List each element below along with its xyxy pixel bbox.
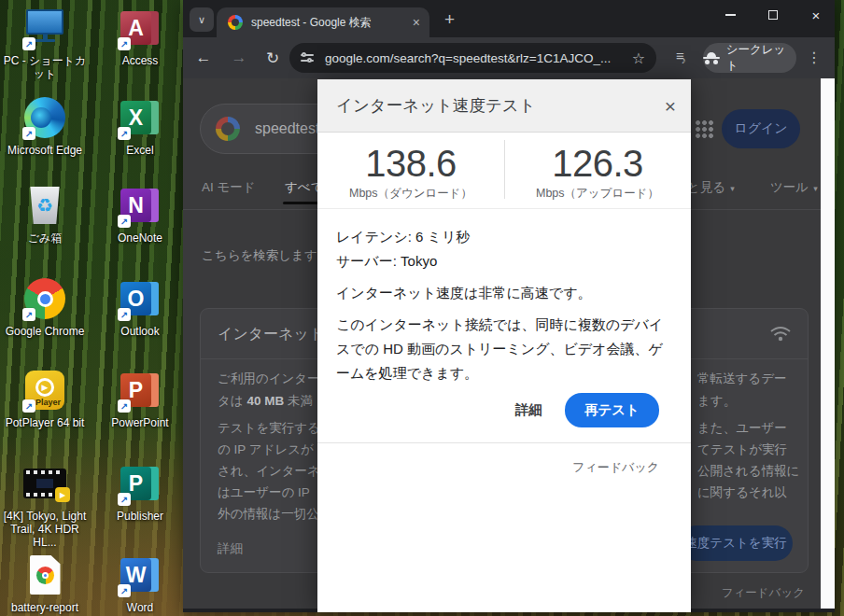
incognito-spy-icon (703, 52, 720, 64)
card-text-fragment: タは 40 MB 未満 (218, 393, 326, 410)
card-text-fragment: はユーザーの IP (218, 484, 326, 501)
forward-button[interactable]: → (224, 37, 254, 78)
verdict-text: インターネット速度は非常に高速です。 (336, 281, 672, 305)
server-text: サーバー: Tokyo (336, 249, 672, 273)
shortcut-arrow-icon: ↗ (118, 215, 131, 228)
retest-button[interactable]: 再テスト (565, 393, 659, 427)
search-hint-text: こちらを検索します (202, 247, 317, 264)
reload-button[interactable]: ↻ (258, 37, 288, 78)
browser-tab[interactable]: speedtest - Google 検索 × (217, 7, 429, 37)
desktop-icon-battery-report[interactable]: battery-report (0, 553, 90, 614)
caret-down-icon: ▾ (813, 184, 818, 193)
icon-label: Word (127, 601, 153, 614)
shortcut-arrow-icon: ↗ (118, 308, 131, 321)
card-text-fragment: され、インターネ (218, 463, 326, 480)
desktop-icon-chrome[interactable]: ↗ Google Chrome (0, 276, 90, 338)
html-file-icon (30, 555, 61, 595)
card-details-link[interactable]: 詳細 (218, 540, 243, 557)
icon-label: Publisher (117, 510, 163, 523)
dialog-actions: 詳細 再テスト (317, 385, 691, 427)
icon-label: PowerPoint (111, 416, 168, 429)
latency-text: レイテンシ: 6 ミリ秒 (336, 225, 672, 249)
tab-strip: ∨ speedtest - Google 検索 × + × (183, 0, 835, 37)
icon-label: Outlook (120, 325, 159, 338)
desktop-icon-powerpoint[interactable]: P ↗ PowerPoint (95, 368, 185, 429)
new-tab-button[interactable]: + (444, 10, 455, 28)
minimize-button[interactable] (710, 0, 751, 30)
search-query-text: speedtest (255, 120, 319, 137)
desktop-icon-pc-shortcut[interactable]: ↗ PC - ショートカット (0, 6, 90, 80)
upload-label: Mbps（アップロード） (536, 186, 659, 202)
desktop-icon-recycle-bin[interactable]: ♻ ごみ箱 (0, 183, 90, 245)
minimize-icon (725, 14, 736, 16)
browser-menu-button[interactable]: ⋮ (807, 49, 822, 66)
card-text-fragment: 常転送するデー (697, 371, 786, 387)
back-icon: ← (196, 49, 212, 67)
card-title-fragment: インターネット (218, 325, 330, 344)
card-text-fragment: てテストが実行 (697, 441, 787, 458)
maximize-button[interactable] (753, 0, 794, 30)
login-button[interactable]: ログイン (722, 109, 800, 148)
back-button[interactable]: ← (189, 37, 218, 78)
results-divider (504, 140, 505, 199)
desktop-icon-word[interactable]: W ↗ Word (95, 553, 185, 614)
shortcut-arrow-icon: ↗ (22, 308, 35, 321)
desktop-icon-excel[interactable]: X ↗ Excel (95, 95, 185, 157)
maximize-icon (768, 10, 778, 20)
speed-results: 138.6 Mbps（ダウンロード） 126.3 Mbps（アップロード） (317, 133, 691, 209)
page-scrollbar[interactable] (821, 78, 835, 609)
browser-window: ∨ speedtest - Google 検索 × + × ← → ↻ goog… (183, 0, 835, 612)
shortcut-arrow-icon: ↗ (118, 493, 131, 506)
tab-search-button[interactable]: ∨ (190, 7, 214, 32)
address-bar[interactable]: google.com/search?q=speedtest&rlz=1C1AJC… (289, 43, 656, 73)
google-apps-grid-icon[interactable] (695, 119, 713, 138)
desktop-icon-video-file[interactable]: ▶ [4K] Tokyo, Light Trail, 4K HDR HL... (0, 461, 90, 549)
details-button[interactable]: 詳細 (515, 401, 542, 419)
icon-label: Excel (126, 144, 153, 157)
desktop-icon-edge[interactable]: ↗ Microsoft Edge (0, 95, 90, 157)
desktop-icon-access[interactable]: A ↗ Access (95, 6, 185, 67)
tab-close-icon[interactable]: × (413, 15, 420, 30)
bookmark-star-icon[interactable]: ☆ (632, 49, 645, 67)
shortcut-arrow-icon: ↗ (118, 37, 131, 50)
tab-tools[interactable]: ツール▾ (770, 179, 818, 196)
page-feedback-link[interactable]: フィードバック (722, 585, 805, 601)
card-text-fragment: また、ユーザー (697, 420, 787, 437)
desktop-icon-outlook[interactable]: O ↗ Outlook (95, 276, 185, 338)
chevron-down-icon: ∨ (198, 14, 205, 26)
potplayer-badge-icon: ▶ (55, 487, 70, 502)
run-speedtest-button[interactable]: 速度テストを実行 (679, 525, 793, 561)
dialog-close-button[interactable]: × (665, 96, 676, 116)
dialog-body: レイテンシ: 6 ミリ秒 サーバー: Tokyo インターネット速度は非常に高速… (317, 209, 691, 385)
shortcut-arrow-icon: ↗ (22, 127, 35, 140)
site-settings-icon[interactable] (301, 50, 316, 65)
dialog-header: インターネット速度テスト × (317, 79, 691, 133)
browser-toolbar: ← → ↻ google.com/search?q=speedtest&rlz=… (183, 37, 835, 78)
media-controls-button[interactable]: ≡♪ (676, 49, 689, 63)
description-text: このインターネット接続では、同時に複数のデバイスでの HD 動画のストリーミング… (336, 313, 672, 385)
icon-label: OneNote (118, 231, 162, 245)
dialog-title: インターネット速度テスト (336, 94, 665, 117)
desktop-icon-publisher[interactable]: P ↗ Publisher (95, 461, 185, 523)
window-close-button[interactable]: × (795, 0, 837, 30)
card-text-fragment: 外の情報は一切公 (218, 506, 326, 523)
icon-label: battery-report (11, 601, 78, 614)
desktop-icon-onenote[interactable]: N ↗ OneNote (95, 183, 185, 245)
icon-label: PC - ショートカット (0, 54, 90, 80)
icon-label: [4K] Tokyo, Light Trail, 4K HDR HL... (0, 510, 90, 549)
shortcut-arrow-icon: ↗ (118, 127, 131, 140)
wifi-icon (770, 326, 791, 343)
tab-title: speedtest - Google 検索 (251, 15, 407, 31)
tab-more-fragment[interactable]: と見る▾ (687, 179, 735, 196)
desktop-icon-potplayer[interactable]: ▶ Player ↗ PotPlayer 64 bit (0, 368, 90, 429)
tab-ai-mode[interactable]: AI モード (202, 179, 256, 196)
shortcut-arrow-icon: ↗ (118, 399, 131, 413)
recycle-bin-icon: ♻ (29, 187, 61, 224)
icon-label: ごみ箱 (28, 231, 63, 245)
dialog-feedback-link[interactable]: フィードバック (317, 443, 691, 476)
icon-label: Google Chrome (6, 325, 85, 338)
card-text-fragment: 公開される情報に (697, 463, 799, 480)
icon-label: Access (122, 54, 159, 67)
forward-icon: → (232, 49, 247, 67)
upload-value: 126.3 (552, 144, 643, 183)
